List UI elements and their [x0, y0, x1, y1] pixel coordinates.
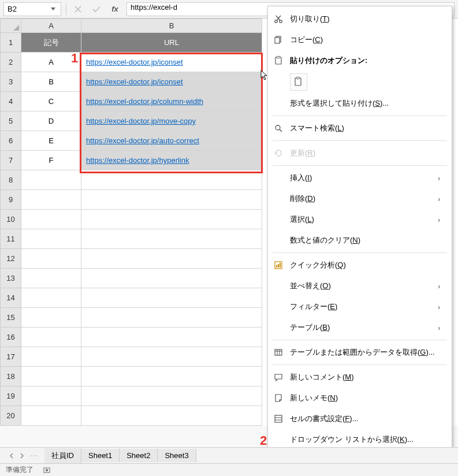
- cell-B10[interactable]: [81, 210, 262, 229]
- cell-B7[interactable]: https://excel-doctor.jp/hyperlink: [81, 151, 262, 170]
- cm-cut[interactable]: 切り取り(T): [268, 9, 452, 29]
- hyperlink[interactable]: https://excel-doctor.jp/iconset: [86, 58, 183, 66]
- cell-A18[interactable]: [21, 367, 81, 386]
- cm-select[interactable]: 選択(L) ›: [268, 209, 452, 230]
- cm-quick-analysis[interactable]: クイック分析(Q): [268, 255, 452, 276]
- cm-table[interactable]: テーブル(B) ›: [268, 317, 452, 338]
- enter-icon[interactable]: [90, 2, 103, 16]
- cell-B4[interactable]: https://excel-doctor.jp/column-width: [81, 92, 262, 111]
- hyperlink[interactable]: https://excel-doctor.jp/move-copy: [86, 117, 196, 125]
- row-header-14[interactable]: 14: [1, 288, 21, 308]
- cell-B8[interactable]: [81, 170, 262, 190]
- cell-A20[interactable]: [21, 406, 81, 426]
- cell-B12[interactable]: [81, 249, 262, 269]
- row-header-16[interactable]: 16: [1, 328, 21, 347]
- name-box[interactable]: B2: [3, 2, 61, 16]
- row-header-18[interactable]: 18: [1, 367, 21, 386]
- cell-B13[interactable]: [81, 269, 262, 288]
- row-header-15[interactable]: 15: [1, 308, 21, 328]
- cell-A8[interactable]: [21, 170, 81, 190]
- cell-A15[interactable]: [21, 308, 81, 328]
- row-header-13[interactable]: 13: [1, 269, 21, 288]
- fx-icon[interactable]: fx: [108, 2, 122, 16]
- row-header-11[interactable]: 11: [1, 229, 21, 249]
- cm-filter[interactable]: フィルター(E) ›: [268, 296, 452, 317]
- cell-B20[interactable]: [81, 406, 262, 426]
- cell-A6[interactable]: E: [21, 131, 81, 151]
- cell-A16[interactable]: [21, 328, 81, 347]
- hyperlink[interactable]: https://excel-doctor.jp/iconset: [86, 77, 183, 86]
- cell-B6[interactable]: https://excel-doctor.jp/auto-correct: [81, 131, 262, 151]
- hyperlink[interactable]: https://excel-doctor.jp/column-width: [86, 97, 203, 106]
- cm-clear[interactable]: 数式と値のクリア(N): [268, 230, 452, 251]
- col-header-B[interactable]: B: [81, 19, 262, 33]
- cell-A19[interactable]: [21, 386, 81, 406]
- cm-paste-special[interactable]: 形式を選択して貼り付け(S)...: [268, 93, 452, 114]
- cell-A12[interactable]: [21, 249, 81, 269]
- cell-A9[interactable]: [21, 190, 81, 210]
- row-header-3[interactable]: 3: [1, 72, 21, 92]
- sheet-tab[interactable]: Sheet2: [120, 449, 158, 462]
- sheet-tab[interactable]: 社員ID: [44, 448, 81, 463]
- row-header-9[interactable]: 9: [1, 190, 21, 210]
- cell-A13[interactable]: [21, 269, 81, 288]
- row-header-1[interactable]: 1: [1, 33, 21, 53]
- cm-filter-label: フィルター(E): [290, 302, 432, 312]
- row-header-10[interactable]: 10: [1, 210, 21, 229]
- cell-A11[interactable]: [21, 229, 81, 249]
- row-header-8[interactable]: 8: [1, 170, 21, 190]
- cell-A17[interactable]: [21, 347, 81, 367]
- cell-B15[interactable]: [81, 308, 262, 328]
- cell-B5[interactable]: https://excel-doctor.jp/move-copy: [81, 111, 262, 131]
- select-all-corner[interactable]: [1, 19, 21, 33]
- cell-A5[interactable]: D: [21, 111, 81, 131]
- sheet-tab[interactable]: Sheet3: [158, 449, 196, 462]
- cell-B2[interactable]: https://excel-doctor.jp/iconset: [81, 53, 262, 72]
- cell-B11[interactable]: [81, 229, 262, 249]
- cell-A7[interactable]: F: [21, 151, 81, 170]
- cm-new-comment[interactable]: 新しいコメント(M): [268, 367, 452, 388]
- row-header-2[interactable]: 2: [1, 53, 21, 72]
- row-header-20[interactable]: 20: [1, 406, 21, 426]
- hyperlink[interactable]: https://excel-doctor.jp/hyperlink: [86, 156, 189, 165]
- tab-nav-next[interactable]: [17, 451, 27, 460]
- cell-A14[interactable]: [21, 288, 81, 308]
- cm-smart-lookup[interactable]: スマート検索(L): [268, 118, 452, 139]
- macro-record-icon[interactable]: [43, 466, 51, 474]
- row-header-12[interactable]: 12: [1, 249, 21, 269]
- cell-B14[interactable]: [81, 288, 262, 308]
- row-header-19[interactable]: 19: [1, 386, 21, 406]
- cm-delete[interactable]: 削除(D) ›: [268, 188, 452, 209]
- sheet-tab[interactable]: Sheet1: [81, 449, 120, 462]
- cell-B1[interactable]: URL: [81, 33, 262, 53]
- tab-nav-prev[interactable]: [7, 451, 16, 460]
- row-header-7[interactable]: 7: [1, 151, 21, 170]
- cell-B19[interactable]: [81, 386, 262, 406]
- svg-rect-12: [280, 263, 281, 267]
- cm-format-cells[interactable]: セルの書式設定(F)...: [268, 408, 452, 429]
- search-icon: [273, 122, 284, 134]
- cell-A4[interactable]: C: [21, 92, 81, 111]
- cell-A3[interactable]: B: [21, 72, 81, 92]
- row-header-17[interactable]: 17: [1, 347, 21, 367]
- cm-get-data[interactable]: テーブルまたは範囲からデータを取得(G)...: [268, 342, 452, 363]
- cell-B3[interactable]: https://excel-doctor.jp/iconset: [81, 72, 262, 92]
- hyperlink[interactable]: https://excel-doctor.jp/auto-correct: [86, 136, 199, 145]
- row-header-4[interactable]: 4: [1, 92, 21, 111]
- cm-sort[interactable]: 並べ替え(O) ›: [268, 276, 452, 296]
- cancel-icon[interactable]: [71, 2, 85, 16]
- col-header-A[interactable]: A: [21, 19, 81, 33]
- cell-B17[interactable]: [81, 347, 262, 367]
- cm-new-note[interactable]: 新しいメモ(N): [268, 388, 452, 408]
- name-box-dropdown-icon[interactable]: [49, 5, 57, 13]
- cm-copy[interactable]: コピー(C): [268, 29, 452, 50]
- cell-A1[interactable]: 記号: [21, 33, 81, 53]
- cell-B18[interactable]: [81, 367, 262, 386]
- cell-B16[interactable]: [81, 328, 262, 347]
- cm-insert[interactable]: 挿入(I) ›: [268, 168, 452, 188]
- cell-B9[interactable]: [81, 190, 262, 210]
- row-header-6[interactable]: 6: [1, 131, 21, 151]
- paste-default-button[interactable]: [290, 73, 307, 91]
- cell-A10[interactable]: [21, 210, 81, 229]
- row-header-5[interactable]: 5: [1, 111, 21, 131]
